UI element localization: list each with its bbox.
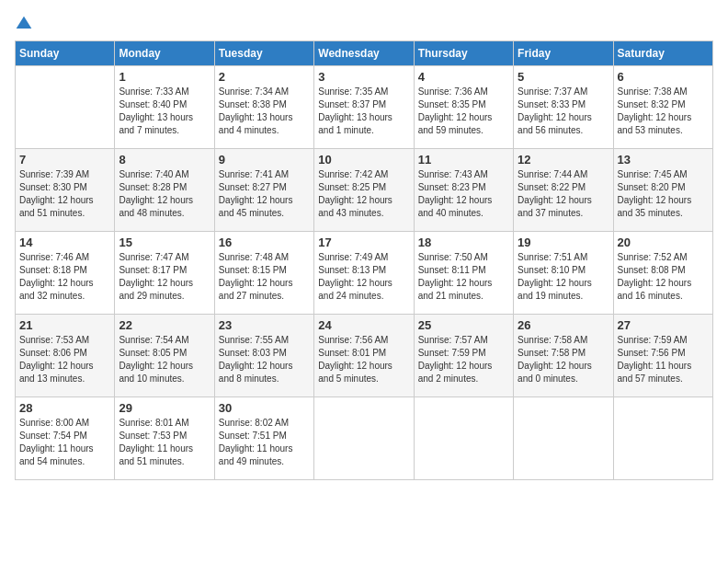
cell-info: Sunrise: 7:56 AMSunset: 8:01 PMDaylight:…: [318, 334, 409, 385]
cell-info: Sunrise: 8:00 AMSunset: 7:54 PMDaylight:…: [19, 417, 110, 468]
cell-info: Sunrise: 7:36 AMSunset: 8:35 PMDaylight:…: [418, 86, 509, 137]
day-number: 1: [119, 70, 210, 84]
calendar-cell: 10Sunrise: 7:42 AMSunset: 8:25 PMDayligh…: [314, 149, 414, 232]
cell-info: Sunrise: 7:55 AMSunset: 8:03 PMDaylight:…: [219, 334, 310, 385]
calendar-cell: 1Sunrise: 7:33 AMSunset: 8:40 PMDaylight…: [115, 66, 214, 149]
day-number: 27: [618, 318, 709, 332]
calendar-cell: 18Sunrise: 7:50 AMSunset: 8:11 PMDayligh…: [414, 232, 513, 315]
logo-text: [15, 15, 37, 33]
cell-info: Sunrise: 7:53 AMSunset: 8:06 PMDaylight:…: [19, 334, 110, 385]
calendar-cell: [314, 397, 414, 480]
cell-info: Sunrise: 7:59 AMSunset: 7:56 PMDaylight:…: [618, 334, 709, 385]
cell-info: Sunrise: 7:47 AMSunset: 8:17 PMDaylight:…: [119, 251, 210, 303]
logo: [15, 15, 37, 33]
logo-icon: [15, 15, 33, 33]
cell-info: Sunrise: 8:01 AMSunset: 7:53 PMDaylight:…: [119, 417, 210, 468]
cell-info: Sunrise: 7:49 AMSunset: 8:13 PMDaylight:…: [318, 251, 409, 303]
day-number: 10: [318, 153, 409, 167]
calendar-cell: 30Sunrise: 8:02 AMSunset: 7:51 PMDayligh…: [214, 397, 313, 480]
calendar-cell: 11Sunrise: 7:43 AMSunset: 8:23 PMDayligh…: [414, 149, 513, 232]
day-number: 7: [19, 153, 110, 167]
day-number: 15: [119, 236, 210, 249]
day-number: 18: [418, 236, 509, 249]
day-number: 16: [219, 236, 310, 249]
cell-info: Sunrise: 7:51 AMSunset: 8:10 PMDaylight:…: [518, 251, 609, 303]
calendar-cell: 28Sunrise: 8:00 AMSunset: 7:54 PMDayligh…: [16, 397, 115, 480]
calendar-cell: 5Sunrise: 7:37 AMSunset: 8:33 PMDaylight…: [514, 66, 613, 149]
calendar-table: SundayMondayTuesdayWednesdayThursdayFrid…: [15, 40, 713, 480]
calendar-header-row: SundayMondayTuesdayWednesdayThursdayFrid…: [16, 41, 713, 66]
day-number: 11: [418, 153, 509, 167]
day-number: 14: [19, 236, 110, 249]
calendar-cell: 4Sunrise: 7:36 AMSunset: 8:35 PMDaylight…: [414, 66, 513, 149]
calendar-cell: 23Sunrise: 7:55 AMSunset: 8:03 PMDayligh…: [214, 315, 313, 397]
calendar-cell: 16Sunrise: 7:48 AMSunset: 8:15 PMDayligh…: [214, 232, 313, 315]
col-header-tuesday: Tuesday: [214, 41, 313, 66]
col-header-sunday: Sunday: [16, 41, 115, 66]
calendar-cell: [414, 397, 513, 480]
day-number: 21: [19, 318, 110, 332]
cell-info: Sunrise: 7:45 AMSunset: 8:20 PMDaylight:…: [618, 168, 709, 220]
cell-info: Sunrise: 7:52 AMSunset: 8:08 PMDaylight:…: [618, 251, 709, 303]
day-number: 9: [219, 153, 310, 167]
cell-info: Sunrise: 8:02 AMSunset: 7:51 PMDaylight:…: [219, 417, 310, 468]
calendar-cell: [514, 397, 613, 480]
week-row-4: 28Sunrise: 8:00 AMSunset: 7:54 PMDayligh…: [16, 397, 713, 480]
day-number: 24: [318, 318, 409, 332]
col-header-saturday: Saturday: [613, 41, 712, 66]
cell-info: Sunrise: 7:42 AMSunset: 8:25 PMDaylight:…: [318, 168, 409, 220]
cell-info: Sunrise: 7:41 AMSunset: 8:27 PMDaylight:…: [219, 168, 310, 220]
cell-info: Sunrise: 7:58 AMSunset: 7:58 PMDaylight:…: [518, 334, 609, 385]
day-number: 3: [318, 70, 409, 84]
day-number: 29: [119, 401, 210, 415]
cell-info: Sunrise: 7:44 AMSunset: 8:22 PMDaylight:…: [518, 168, 609, 220]
calendar-cell: 17Sunrise: 7:49 AMSunset: 8:13 PMDayligh…: [314, 232, 414, 315]
day-number: 19: [518, 236, 609, 249]
cell-info: Sunrise: 7:46 AMSunset: 8:18 PMDaylight:…: [19, 251, 110, 303]
calendar-cell: 21Sunrise: 7:53 AMSunset: 8:06 PMDayligh…: [16, 315, 115, 397]
calendar-cell: [16, 66, 115, 149]
day-number: 6: [618, 70, 709, 84]
day-number: 4: [418, 70, 509, 84]
cell-info: Sunrise: 7:39 AMSunset: 8:30 PMDaylight:…: [19, 168, 110, 220]
cell-info: Sunrise: 7:54 AMSunset: 8:05 PMDaylight:…: [119, 334, 210, 385]
day-number: 2: [219, 70, 310, 84]
week-row-1: 7Sunrise: 7:39 AMSunset: 8:30 PMDaylight…: [16, 149, 713, 232]
calendar-cell: 14Sunrise: 7:46 AMSunset: 8:18 PMDayligh…: [16, 232, 115, 315]
calendar-cell: 3Sunrise: 7:35 AMSunset: 8:37 PMDaylight…: [314, 66, 414, 149]
calendar-cell: 15Sunrise: 7:47 AMSunset: 8:17 PMDayligh…: [115, 232, 214, 315]
calendar-cell: 27Sunrise: 7:59 AMSunset: 7:56 PMDayligh…: [613, 315, 712, 397]
col-header-thursday: Thursday: [414, 41, 513, 66]
cell-info: Sunrise: 7:37 AMSunset: 8:33 PMDaylight:…: [518, 86, 609, 137]
calendar-cell: 8Sunrise: 7:40 AMSunset: 8:28 PMDaylight…: [115, 149, 214, 232]
calendar-cell: 20Sunrise: 7:52 AMSunset: 8:08 PMDayligh…: [613, 232, 712, 315]
cell-info: Sunrise: 7:38 AMSunset: 8:32 PMDaylight:…: [618, 86, 709, 137]
cell-info: Sunrise: 7:48 AMSunset: 8:15 PMDaylight:…: [219, 251, 310, 303]
col-header-friday: Friday: [514, 41, 613, 66]
week-row-3: 21Sunrise: 7:53 AMSunset: 8:06 PMDayligh…: [16, 315, 713, 397]
day-number: 25: [418, 318, 509, 332]
page-header: [15, 15, 713, 33]
calendar-cell: 25Sunrise: 7:57 AMSunset: 7:59 PMDayligh…: [414, 315, 513, 397]
calendar-cell: 29Sunrise: 8:01 AMSunset: 7:53 PMDayligh…: [115, 397, 214, 480]
calendar-cell: 12Sunrise: 7:44 AMSunset: 8:22 PMDayligh…: [514, 149, 613, 232]
cell-info: Sunrise: 7:43 AMSunset: 8:23 PMDaylight:…: [418, 168, 509, 220]
cell-info: Sunrise: 7:33 AMSunset: 8:40 PMDaylight:…: [119, 86, 210, 137]
day-number: 20: [618, 236, 709, 249]
week-row-0: 1Sunrise: 7:33 AMSunset: 8:40 PMDaylight…: [16, 66, 713, 149]
calendar-cell: 9Sunrise: 7:41 AMSunset: 8:27 PMDaylight…: [214, 149, 313, 232]
cell-info: Sunrise: 7:50 AMSunset: 8:11 PMDaylight:…: [418, 251, 509, 303]
calendar-cell: 24Sunrise: 7:56 AMSunset: 8:01 PMDayligh…: [314, 315, 414, 397]
day-number: 12: [518, 153, 609, 167]
day-number: 13: [618, 153, 709, 167]
col-header-monday: Monday: [115, 41, 214, 66]
day-number: 23: [219, 318, 310, 332]
week-row-2: 14Sunrise: 7:46 AMSunset: 8:18 PMDayligh…: [16, 232, 713, 315]
calendar-cell: [613, 397, 712, 480]
calendar-cell: 22Sunrise: 7:54 AMSunset: 8:05 PMDayligh…: [115, 315, 214, 397]
day-number: 22: [119, 318, 210, 332]
calendar-cell: 26Sunrise: 7:58 AMSunset: 7:58 PMDayligh…: [514, 315, 613, 397]
day-number: 26: [518, 318, 609, 332]
day-number: 28: [19, 401, 110, 415]
calendar-cell: 6Sunrise: 7:38 AMSunset: 8:32 PMDaylight…: [613, 66, 712, 149]
